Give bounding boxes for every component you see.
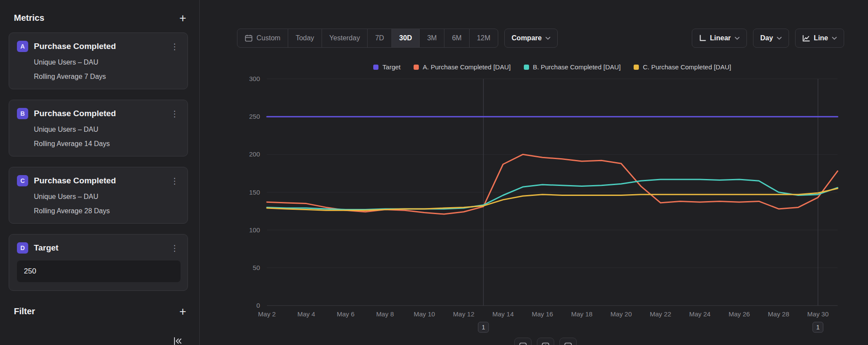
x-axis-label: May 14 [493,310,514,318]
table-view-icon [564,342,572,345]
metric-card-header: C Purchase Completed ⋮ [17,175,181,186]
metric-badge: A [17,41,28,52]
y-axis-label: 150 [249,189,260,196]
metric-badge: B [17,108,28,119]
target-value-input[interactable] [17,260,181,282]
x-axis-label: May 22 [650,310,671,318]
x-axis-label: May 28 [768,310,789,318]
metric-title: Purchase Completed [34,176,116,186]
filter-section: Filter + [14,306,186,316]
annotation-badge-label: 1 [482,324,485,331]
kebab-menu-icon[interactable]: ⋮ [169,176,181,186]
chart-view-button-1[interactable] [514,338,532,345]
y-axis-label: 250 [249,113,260,120]
chart-footer-controls [514,338,577,345]
x-axis-label: May 30 [807,310,829,318]
x-axis-label: May 4 [297,310,315,318]
chart-view-button-2[interactable] [537,338,554,345]
metric-title: Purchase Completed [34,42,116,51]
chart-view-icon [519,342,527,345]
x-axis-label: May 24 [689,310,710,318]
x-axis-label: May 18 [571,310,592,318]
kebab-menu-icon[interactable]: ⋮ [169,243,181,253]
metric-card-header: A Purchase Completed ⋮ [17,41,181,52]
metric-title: Target [34,243,59,253]
collapse-sidebar-icon[interactable] [172,335,183,345]
x-axis-label: May 10 [414,310,435,318]
series-line-A. Purchase Completed [DAU][interactable] [267,154,838,214]
metrics-sidebar: Metrics + A Purchase Completed ⋮ Unique … [0,0,200,345]
metric-badge: D [17,242,28,254]
x-axis-label: May 12 [453,310,474,318]
filter-title: Filter [14,306,35,316]
line-chart[interactable]: 05010015020025030011May 2May 4May 6May 8… [200,0,868,345]
y-axis-label: 200 [249,150,260,158]
x-axis-label: May 2 [258,310,276,318]
metrics-title: Metrics [14,13,44,23]
kebab-menu-icon[interactable]: ⋮ [169,109,181,119]
metric-measurement: Unique Users – DAU [34,193,181,201]
y-axis-label: 0 [256,302,260,309]
annotation-badge-label: 1 [816,324,820,331]
x-axis-label: May 6 [337,310,355,318]
x-axis-label: May 8 [376,310,394,318]
target-card[interactable]: D Target ⋮ [9,234,188,291]
metric-card-c[interactable]: C Purchase Completed ⋮ Unique Users – DA… [9,167,188,224]
y-axis-label: 300 [249,75,260,82]
metric-measurement: Unique Users – DAU [34,126,181,133]
add-metric-button[interactable]: + [179,14,186,23]
metric-rolling-average: Rolling Average 7 Days [34,73,181,81]
bar-view-icon [542,342,549,345]
metric-card-header: D Target ⋮ [17,242,181,254]
chart-panel: Custom Today Yesterday 7D 30D 3M 6M 12M … [200,0,868,345]
metric-title: Purchase Completed [34,109,116,118]
metric-rolling-average: Rolling Average 28 Days [34,207,181,215]
y-axis-label: 50 [253,264,260,271]
metric-measurement: Unique Users – DAU [34,59,181,66]
x-axis-label: May 16 [532,310,553,318]
metric-rolling-average: Rolling Average 14 Days [34,140,181,148]
kebab-menu-icon[interactable]: ⋮ [169,42,181,52]
metric-card-header: B Purchase Completed ⋮ [17,108,181,119]
metrics-header: Metrics + [14,13,186,23]
metric-badge: C [17,175,28,186]
metric-card-b[interactable]: B Purchase Completed ⋮ Unique Users – DA… [9,100,188,156]
x-axis-label: May 26 [729,310,750,318]
metric-card-a[interactable]: A Purchase Completed ⋮ Unique Users – DA… [9,33,188,89]
x-axis-label: May 20 [611,310,632,318]
series-line-C. Purchase Completed [DAU][interactable] [267,189,838,211]
add-filter-button[interactable]: + [179,307,186,316]
y-axis-label: 100 [249,226,260,234]
table-view-button[interactable] [559,338,577,345]
